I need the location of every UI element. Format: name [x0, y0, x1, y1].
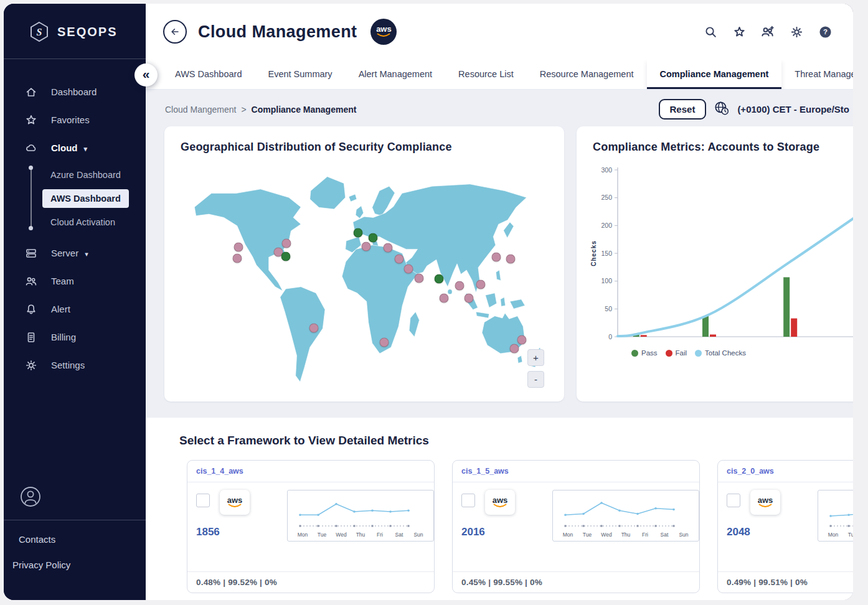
- sidebar-item-team[interactable]: Team: [4, 267, 146, 295]
- map-marker-pink[interactable]: [403, 264, 413, 273]
- sidebar-item-alert[interactable]: Alert: [4, 295, 146, 323]
- tab-resource-management[interactable]: Resource Management: [527, 60, 647, 89]
- privacy-policy-link[interactable]: Privacy Policy: [4, 560, 146, 570]
- sparkline-chart: [558, 495, 682, 530]
- map-marker-pink[interactable]: [362, 242, 371, 251]
- breadcrumb-row: Cloud Mangement > Compliance Management …: [146, 90, 853, 125]
- map-marker-pink[interactable]: [395, 254, 404, 263]
- tab-resource-list[interactable]: Resource List: [445, 60, 527, 89]
- map-zoom-out-button[interactable]: -: [527, 371, 544, 388]
- back-button[interactable]: [163, 20, 187, 44]
- framework-percentages: 0.49% | 99.51% | 0%: [718, 571, 853, 593]
- app-window: S SEQOPS Dashboard Favorites: [4, 4, 853, 600]
- day-label: Sat: [656, 532, 672, 538]
- map-marker-pink[interactable]: [464, 294, 473, 303]
- breadcrumb-parent[interactable]: Cloud Mangement: [165, 105, 236, 115]
- map-marker-pink[interactable]: [383, 243, 392, 252]
- sidebar-item-billing[interactable]: Billing: [4, 323, 146, 351]
- user-group-icon[interactable]: [761, 25, 775, 39]
- sidebar-item-cloud-activation[interactable]: Cloud Activation: [4, 210, 146, 234]
- day-label: Thu: [352, 532, 369, 538]
- map-marker-pink[interactable]: [414, 273, 423, 283]
- framework-card-cis-2-0-aws[interactable]: cis_2_0_aws aws 2048: [717, 460, 853, 593]
- tab-compliance-management[interactable]: Compliance Management: [647, 60, 782, 89]
- search-icon[interactable]: [704, 25, 717, 39]
- sidebar-item-settings[interactable]: Settings: [4, 351, 146, 379]
- chart-card-title: Compliance Metrics: Accounts to Storage: [577, 126, 853, 159]
- settings-gear-icon[interactable]: [790, 25, 803, 39]
- map-marker-green[interactable]: [368, 233, 377, 243]
- map-markers: [176, 167, 553, 393]
- framework-count: 2016: [461, 526, 549, 538]
- map-zoom-in-button[interactable]: +: [527, 349, 544, 366]
- map-marker-green[interactable]: [281, 251, 290, 261]
- sidebar-item-label: Cloud: [51, 143, 87, 153]
- framework-checkbox[interactable]: [461, 494, 475, 507]
- avatar[interactable]: [20, 486, 41, 507]
- map-marker-pink[interactable]: [309, 324, 319, 333]
- day-label: Sun: [410, 532, 427, 538]
- framework-checkbox[interactable]: [727, 494, 740, 507]
- tab-alert-management[interactable]: Alert Management: [346, 60, 445, 89]
- world-map[interactable]: + -: [176, 167, 553, 393]
- sidebar-collapse-button[interactable]: [134, 63, 158, 87]
- sidebar-item-dashboard[interactable]: Dashboard: [4, 78, 146, 106]
- sparkline-panel: MonTueWedThuFriSatSun: [818, 490, 853, 542]
- sidebar-item-favorites[interactable]: Favorites: [4, 106, 146, 134]
- map-marker-pink[interactable]: [232, 253, 242, 263]
- aws-smile-icon: [493, 504, 507, 509]
- legend-item: Total Checks: [695, 349, 746, 357]
- sparkline-day-labels: MonTueWedThuFriSatSun: [823, 530, 853, 539]
- framework-name[interactable]: cis_2_0_aws: [718, 461, 853, 482]
- aws-logo-badge: aws: [370, 19, 397, 45]
- tab-threat-management[interactable]: Threat Management: [781, 60, 853, 89]
- help-icon[interactable]: ?: [818, 25, 832, 39]
- cloud-icon: [25, 142, 37, 154]
- map-marker-green[interactable]: [434, 274, 443, 283]
- brand-logo[interactable]: S SEQOPS: [4, 4, 146, 42]
- brand-name: SEQOPS: [57, 25, 117, 39]
- map-marker-pink[interactable]: [281, 239, 291, 248]
- map-marker-pink[interactable]: [517, 335, 527, 345]
- sidebar-footer: Contacts Privacy Policy: [4, 486, 146, 600]
- breadcrumb-current: Compliance Management: [252, 105, 357, 115]
- day-label: Fri: [372, 532, 388, 538]
- svg-text:150: 150: [601, 250, 612, 257]
- map-marker-pink[interactable]: [440, 294, 449, 303]
- framework-card-cis-1-4-aws[interactable]: cis_1_4_aws aws 1856: [187, 460, 435, 593]
- sidebar-item-cloud[interactable]: Cloud: [4, 134, 146, 162]
- aws-logo-text: aws: [493, 497, 508, 504]
- sidebar-footer-divider: [4, 520, 146, 520]
- tab-aws-dashboard[interactable]: AWS Dashboard: [162, 60, 255, 89]
- framework-card-cis-1-5-aws[interactable]: cis_1_5_aws aws 2016: [452, 460, 700, 593]
- framework-percentages: 0.45% | 99.55% | 0%: [453, 571, 699, 593]
- map-marker-pink[interactable]: [492, 252, 501, 261]
- tree-connector: [31, 168, 32, 228]
- reset-button[interactable]: Reset: [659, 99, 707, 120]
- timezone-label[interactable]: (+0100) CET - Europe/Sto: [737, 104, 849, 115]
- sidebar-item-aws-dashboard[interactable]: AWS Dashboard: [4, 187, 146, 210]
- map-marker-pink[interactable]: [234, 242, 243, 251]
- map-marker-pink[interactable]: [455, 281, 464, 291]
- sidebar-item-server[interactable]: Server: [4, 239, 146, 267]
- tab-event-summary[interactable]: Event Summary: [255, 60, 345, 89]
- sparkline-day-labels: MonTueWedThuFriSatSun: [558, 530, 694, 539]
- svg-text:200: 200: [601, 222, 612, 229]
- contacts-link[interactable]: Contacts: [4, 534, 146, 545]
- map-marker-pink[interactable]: [476, 279, 485, 289]
- map-marker-pink[interactable]: [379, 337, 389, 347]
- framework-name[interactable]: cis_1_4_aws: [187, 461, 434, 482]
- sidebar-item-label: Team: [51, 276, 74, 286]
- framework-checkbox[interactable]: [196, 494, 210, 507]
- day-label: Tue: [314, 532, 330, 538]
- day-label: Tue: [579, 532, 595, 538]
- map-marker-pink[interactable]: [509, 344, 519, 353]
- content-area: Cloud Mangement > Compliance Management …: [146, 90, 853, 600]
- map-marker-green[interactable]: [353, 228, 362, 238]
- map-marker-pink[interactable]: [506, 254, 515, 263]
- favorite-star-icon[interactable]: [732, 25, 746, 39]
- framework-name[interactable]: cis_1_5_aws: [453, 461, 699, 482]
- globe-clock-icon: [714, 101, 729, 118]
- day-label: Mon: [825, 532, 841, 538]
- sidebar-item-azure-dashboard[interactable]: Azure Dashboard: [4, 163, 146, 187]
